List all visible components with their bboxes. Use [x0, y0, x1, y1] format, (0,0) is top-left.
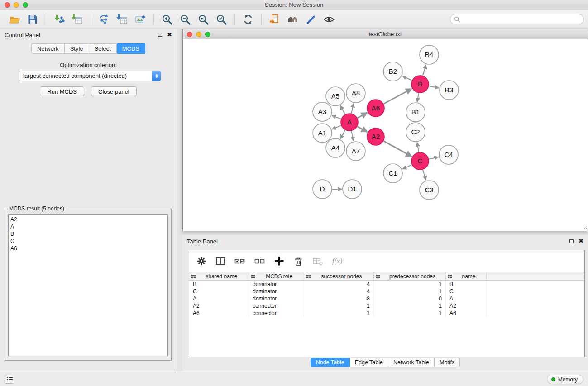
tab-mcds[interactable]: MCDS — [117, 43, 145, 54]
column-type-icon — [251, 274, 255, 279]
refresh-button[interactable] — [239, 11, 257, 28]
close-panel-button[interactable]: Close panel — [91, 86, 137, 96]
resize-grip-icon[interactable] — [582, 225, 587, 230]
close-table-panel-icon[interactable]: ✖ — [578, 239, 583, 243]
graph-edge-A-A3[interactable] — [332, 115, 341, 119]
table-settings-button[interactable] — [196, 256, 206, 266]
search-field[interactable] — [450, 14, 584, 24]
graph-edge-A-A6[interactable] — [358, 113, 368, 118]
mcds-result-list[interactable]: A2ABCA6 — [8, 214, 168, 356]
mcds-result-item-A[interactable]: A — [10, 223, 167, 230]
column-header-MCDS-role[interactable]: MCDS role — [249, 272, 304, 280]
tab-network-table[interactable]: Network Table — [388, 358, 435, 367]
tab-select[interactable]: Select — [89, 43, 117, 54]
toolbar-separator — [91, 14, 91, 25]
graph-edge-A-A1[interactable] — [332, 125, 341, 129]
window-controls — [5, 2, 28, 8]
table-body: Bdominator41BCdominator41CAdominator80AA… — [189, 281, 584, 317]
graph-edge-C-C3[interactable] — [423, 170, 426, 180]
graph-node-label: A7 — [352, 147, 360, 155]
export-table-button[interactable] — [113, 11, 131, 28]
graph-edge-A-A4[interactable] — [340, 130, 345, 139]
graph-edge-A-A5[interactable] — [340, 105, 345, 114]
network-window-titlebar[interactable]: testGlobe.txt — [183, 29, 588, 39]
network-canvas[interactable]: B4B2BB3A5A8A6B1A3AC2A1A2A4A7CC4C1C3DD1 — [183, 39, 588, 231]
maximize-window-button[interactable] — [23, 2, 28, 8]
session-title: Session: New Session — [265, 1, 323, 8]
import-network-button[interactable] — [50, 11, 68, 28]
graph-edge-A6-B[interactable] — [384, 89, 412, 104]
save-session-button[interactable] — [24, 11, 42, 28]
toolbar-separator — [234, 14, 235, 25]
table-cell: 1 — [374, 281, 446, 288]
table-row-B[interactable]: Bdominator41B — [189, 281, 584, 288]
add-column-button[interactable] — [274, 256, 284, 266]
graph-edge-C-C2[interactable] — [417, 143, 419, 152]
panel-menu-button[interactable] — [5, 375, 14, 384]
unselect-all-button[interactable] — [254, 256, 265, 266]
graph-edge-A-A7[interactable] — [351, 131, 354, 141]
houses-icon — [287, 14, 299, 25]
search-input[interactable] — [462, 16, 580, 23]
houses-button[interactable] — [284, 11, 302, 28]
float-panel-icon[interactable] — [158, 33, 162, 37]
graph-edge-A-A8[interactable] — [351, 103, 354, 113]
zoom-in-button[interactable] — [158, 11, 176, 28]
maximize-network-button[interactable] — [205, 32, 210, 37]
show-columns-button[interactable] — [215, 256, 225, 266]
column-header-name[interactable]: name — [446, 272, 487, 280]
mcds-result-item-A2[interactable]: A2 — [10, 216, 167, 223]
save-icon — [27, 14, 38, 25]
close-panel-icon[interactable]: ✖ — [167, 33, 172, 37]
graph-edge-C-C1[interactable] — [402, 165, 412, 169]
export-network-button[interactable] — [95, 11, 113, 28]
graph-edge-B-B3[interactable] — [429, 86, 439, 88]
marker-button[interactable] — [302, 11, 320, 28]
mcds-result-item-C[interactable]: C — [10, 238, 167, 245]
zoom-out-button[interactable] — [176, 11, 194, 28]
function-builder-button[interactable]: f(x) — [332, 257, 342, 265]
select-all-button[interactable] — [234, 256, 245, 266]
graph-edge-B-B4[interactable] — [423, 65, 426, 76]
table-cell: connector — [249, 310, 304, 317]
graph-edge-A2-C[interactable] — [384, 141, 412, 157]
tab-network[interactable]: Network — [31, 43, 65, 54]
tab-motifs[interactable]: Motifs — [435, 358, 460, 367]
delete-column-button[interactable] — [293, 256, 303, 266]
export-image-button[interactable] — [131, 11, 149, 28]
zoom-fit-button[interactable] — [194, 11, 212, 28]
graph-edge-C-C4[interactable] — [429, 157, 439, 159]
table-row-C[interactable]: Cdominator41C — [189, 288, 584, 295]
table-row-A6[interactable]: A6connector11A6 — [189, 310, 584, 317]
open-file-button[interactable] — [5, 11, 24, 28]
zoom-selected-button[interactable] — [212, 11, 230, 28]
mcds-result-item-A6[interactable]: A6 — [10, 245, 167, 252]
run-mcds-button[interactable]: Run MCDS — [40, 86, 84, 96]
eye-button[interactable] — [320, 11, 338, 28]
table-cell: A — [189, 295, 249, 302]
network-canvas-container: B4B2BB3A5A8A6B1A3AC2A1A2A4A7CC4C1C3DD1 — [183, 39, 588, 231]
table-row-A[interactable]: Adominator80A — [189, 295, 584, 302]
column-header-shared-name[interactable]: shared name — [189, 272, 249, 280]
table-row-A2[interactable]: A2connector11A2 — [189, 302, 584, 310]
minimize-network-button[interactable] — [196, 32, 201, 37]
close-network-button[interactable] — [187, 32, 192, 37]
memory-button[interactable]: Memory — [547, 375, 583, 384]
criterion-dropdown[interactable]: largest connected component (directed) — [19, 71, 161, 81]
mcds-result-item-B[interactable]: B — [10, 230, 167, 238]
float-table-panel-icon[interactable] — [569, 239, 574, 243]
minimize-window-button[interactable] — [14, 2, 19, 8]
graph-edge-B-B1[interactable] — [417, 93, 419, 102]
graph-edge-B-B2[interactable] — [402, 76, 412, 81]
graph-node-label: B1 — [411, 108, 420, 116]
table-cell: 0 — [374, 295, 446, 302]
column-header-successor-nodes[interactable]: successor nodes — [304, 272, 374, 280]
graph-edge-A-A2[interactable] — [358, 127, 368, 132]
column-header-predecessor-nodes[interactable]: predecessor nodes — [374, 272, 446, 280]
tab-node-table[interactable]: Node Table — [311, 358, 350, 367]
document-button[interactable] — [266, 11, 284, 28]
tab-style[interactable]: Style — [65, 43, 89, 54]
import-table-button[interactable] — [68, 11, 86, 28]
tab-edge-table[interactable]: Edge Table — [350, 358, 388, 367]
close-window-button[interactable] — [5, 2, 10, 8]
